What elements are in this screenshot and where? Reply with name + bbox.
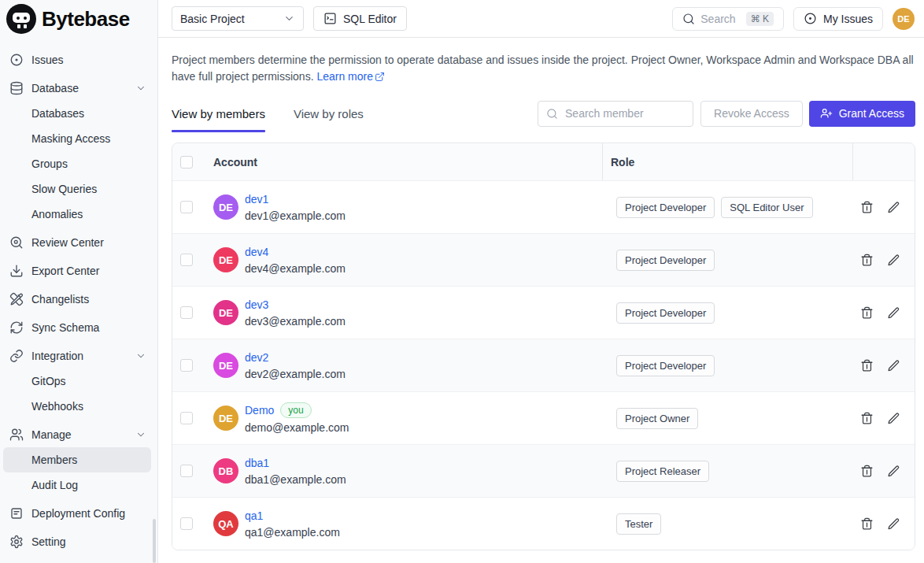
delete-member-button[interactable]: [860, 465, 874, 478]
role-badge: Project Developer: [616, 355, 715, 376]
row-checkbox[interactable]: [180, 359, 193, 372]
delete-member-button[interactable]: [860, 517, 874, 531]
roles-cell: Project Developer: [602, 302, 852, 324]
row-checkbox[interactable]: [180, 465, 193, 477]
tab-view-by-roles[interactable]: View by roles: [294, 94, 364, 132]
tab-view-by-members[interactable]: View by members: [172, 94, 265, 132]
row-checkbox[interactable]: [180, 254, 193, 266]
logo-row[interactable]: Bytebase: [0, 0, 157, 38]
member-name-link[interactable]: dev4: [245, 245, 268, 259]
member-name-link[interactable]: Demo: [245, 403, 274, 417]
search-icon: [682, 13, 695, 25]
sidebar-item-masking-access[interactable]: Masking Access: [3, 126, 151, 151]
sidebar-item-export-center[interactable]: Export Center: [3, 258, 151, 283]
sidebar-item-gitops[interactable]: GitOps: [3, 369, 151, 394]
row-checkbox[interactable]: [180, 412, 193, 424]
select-all-checkbox[interactable]: [180, 156, 193, 169]
edit-member-button[interactable]: [887, 412, 900, 425]
sidebar-item-label: Setting: [31, 535, 66, 548]
sidebar-item-database[interactable]: Database: [3, 76, 151, 101]
revoke-access-button[interactable]: Revoke Access: [700, 101, 803, 127]
member-avatar: QA: [213, 511, 238, 536]
page-description: Project members determine the permission…: [172, 52, 915, 85]
deployment-config-icon: [9, 506, 24, 520]
search-shortcut-badge: ⌘ K: [746, 12, 774, 26]
delete-member-button[interactable]: [860, 306, 874, 320]
table-row: DE dev2 dev2@example.com Project Develop…: [172, 339, 915, 391]
table-row: DE dev1 dev1@example.com Project Develop…: [172, 180, 915, 233]
roles-cell: Project DeveloperSQL Editor User: [602, 197, 852, 218]
delete-member-button[interactable]: [860, 201, 874, 214]
table-row: DE dev4 dev4@example.com Project Develop…: [172, 233, 915, 286]
member-avatar: DE: [213, 406, 238, 431]
external-link-icon: [375, 72, 385, 82]
member-search-input[interactable]: [564, 106, 685, 120]
table-row: DB dba1 dba1@example.com Project Release…: [172, 444, 915, 497]
sidebar-item-sync-schema[interactable]: Sync Schema: [3, 315, 151, 340]
member-name-link[interactable]: dev2: [245, 350, 268, 365]
learn-more-link[interactable]: Learn more: [316, 70, 373, 83]
member-name-link[interactable]: dev1: [245, 192, 268, 206]
integration-icon: [9, 349, 24, 363]
sidebar-item-manage[interactable]: Manage: [3, 422, 151, 447]
row-checkbox[interactable]: [180, 201, 193, 213]
view-tabs: View by members View by roles: [172, 94, 364, 132]
member-email: dba1@example.com: [245, 472, 346, 487]
member-name-link[interactable]: dba1: [245, 456, 269, 470]
sidebar-scrollbar[interactable]: [153, 519, 156, 563]
sidebar-item-setting[interactable]: Setting: [3, 529, 151, 554]
actions-cell: [852, 306, 915, 320]
global-search-button[interactable]: Search ⌘ K: [672, 7, 784, 31]
sidebar-item-changelists[interactable]: Changelists: [3, 287, 151, 312]
project-select[interactable]: Basic Project: [172, 6, 304, 31]
account-cell: DE dev3 dev3@example.com: [213, 298, 602, 328]
sidebar-item-webhooks[interactable]: Webhooks: [3, 394, 151, 419]
member-name-link[interactable]: qa1: [245, 509, 263, 523]
sidebar-item-label: Issues: [31, 54, 63, 66]
you-badge: you: [280, 402, 311, 418]
user-avatar[interactable]: DE: [893, 8, 915, 30]
chevron-down-icon: [135, 83, 146, 94]
edit-member-button[interactable]: [887, 254, 900, 267]
sidebar-item-review-center[interactable]: Review Center: [3, 230, 151, 255]
column-header-account: Account: [213, 143, 602, 180]
sidebar-item-anomalies[interactable]: Anomalies: [3, 202, 151, 227]
row-checkbox[interactable]: [180, 517, 193, 530]
project-select-value: Basic Project: [180, 13, 245, 25]
my-issues-button[interactable]: My Issues: [793, 7, 883, 31]
sql-editor-button[interactable]: SQL Editor: [313, 6, 407, 31]
sidebar-item-label: Database: [31, 82, 79, 94]
sidebar-item-audit-log[interactable]: Audit Log: [3, 472, 151, 498]
member-search-box: [538, 101, 693, 127]
edit-member-button[interactable]: [887, 306, 900, 320]
delete-member-button[interactable]: [860, 412, 874, 425]
edit-member-button[interactable]: [887, 201, 900, 214]
manage-icon: [9, 428, 24, 442]
sidebar-item-members[interactable]: Members: [3, 447, 151, 472]
row-checkbox[interactable]: [180, 306, 193, 319]
sidebar-item-issues[interactable]: Issues: [3, 47, 151, 72]
account-cell: DE dev1 dev1@example.com: [213, 192, 602, 223]
member-email: dev4@example.com: [245, 261, 346, 276]
grant-access-button[interactable]: Grant Access: [809, 101, 915, 127]
sidebar-item-label: Changelists: [31, 293, 89, 306]
account-cell: DE Demo you demo@example.com: [213, 402, 602, 435]
delete-member-button[interactable]: [860, 359, 874, 372]
sidebar-item-slow-queries[interactable]: Slow Queries: [3, 176, 151, 202]
members-table: Account Role DE dev1 dev1@example.com Pr…: [172, 143, 915, 550]
sidebar-item-label: Export Center: [31, 265, 99, 277]
actions-cell: [852, 201, 915, 214]
edit-member-button[interactable]: [887, 517, 900, 531]
edit-member-button[interactable]: [887, 465, 900, 478]
sidebar-item-integration[interactable]: Integration: [3, 343, 151, 369]
sidebar-item-label: Audit Log: [31, 479, 78, 491]
member-name-link[interactable]: dev3: [245, 298, 268, 312]
table-row: DE dev3 dev3@example.com Project Develop…: [172, 286, 915, 339]
table-header: Account Role: [172, 143, 915, 180]
delete-member-button[interactable]: [860, 254, 874, 267]
edit-member-button[interactable]: [887, 359, 900, 372]
sidebar-item-deployment-config[interactable]: Deployment Config: [3, 501, 151, 526]
review-center-icon: [9, 235, 24, 250]
sidebar-item-groups[interactable]: Groups: [3, 151, 151, 176]
sidebar-item-databases[interactable]: Databases: [3, 101, 151, 126]
